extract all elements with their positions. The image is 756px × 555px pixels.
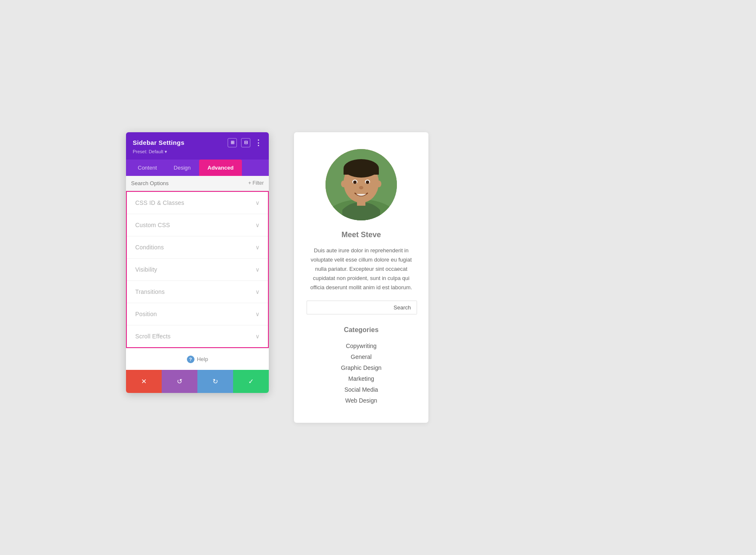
save-button[interactable]: ✓ xyxy=(233,370,269,393)
preview-panel: Meet Steve Duis aute irure dolor in repr… xyxy=(294,132,428,423)
svg-point-9 xyxy=(359,186,363,189)
accordion-item-conditions: Conditions ∨ xyxy=(127,236,268,259)
chevron-icon-scroll-effects: ∨ xyxy=(255,333,260,340)
panel-title-row: Sidebar Settings ⊞ ⊟ ⋮ xyxy=(133,138,262,147)
svg-point-7 xyxy=(353,181,357,184)
panel-title: Sidebar Settings xyxy=(133,139,184,146)
meet-name: Meet Steve xyxy=(341,230,381,239)
help-icon: ? xyxy=(187,356,194,363)
list-item[interactable]: Web Design xyxy=(307,395,416,406)
list-item[interactable]: Copywriting xyxy=(307,340,416,351)
panel-header: Sidebar Settings ⊞ ⊟ ⋮ Preset: Default ▾ xyxy=(126,132,269,160)
categories-title: Categories xyxy=(344,326,379,334)
chevron-icon-position: ∨ xyxy=(255,311,260,317)
list-item[interactable]: Marketing xyxy=(307,373,416,384)
search-bar: + Filter xyxy=(126,176,269,191)
sidebar-settings-panel: Sidebar Settings ⊞ ⊟ ⋮ Preset: Default ▾… xyxy=(126,132,269,393)
header-icons: ⊞ ⊟ ⋮ xyxy=(228,138,262,147)
list-item[interactable]: Graphic Design xyxy=(307,362,416,373)
tab-content[interactable]: Content xyxy=(129,160,165,176)
chevron-icon-css-id: ∨ xyxy=(255,199,260,206)
collapse-icon[interactable]: ⊟ xyxy=(241,138,250,147)
action-buttons: ✕ ↺ ↻ ✓ xyxy=(126,370,269,393)
accordion-label-position: Position xyxy=(135,311,157,317)
accordion-label-scroll-effects: Scroll Effects xyxy=(135,333,171,340)
preset-label[interactable]: Preset: Default ▾ xyxy=(133,149,262,154)
svg-rect-12 xyxy=(357,199,365,206)
chevron-icon-visibility: ∨ xyxy=(255,266,260,273)
accordion-header-conditions[interactable]: Conditions ∨ xyxy=(127,236,268,258)
category-list: Copywriting General Graphic Design Marke… xyxy=(307,340,416,406)
accordion-label-conditions: Conditions xyxy=(135,244,164,251)
svg-point-11 xyxy=(376,181,381,187)
search-widget: Search xyxy=(307,301,416,314)
accordion-item-custom-css: Custom CSS ∨ xyxy=(127,214,268,236)
accordion-container: CSS ID & Classes ∨ Custom CSS ∨ Conditio… xyxy=(126,191,269,348)
accordion-item-visibility: Visibility ∨ xyxy=(127,259,268,281)
accordion-label-custom-css: Custom CSS xyxy=(135,222,170,228)
accordion-header-custom-css[interactable]: Custom CSS ∨ xyxy=(127,214,268,236)
accordion-header-css-id[interactable]: CSS ID & Classes ∨ xyxy=(127,192,268,214)
redo-button[interactable]: ↻ xyxy=(197,370,233,393)
tab-advanced[interactable]: Advanced xyxy=(199,160,242,176)
help-section: ? Help xyxy=(126,348,269,370)
avatar xyxy=(326,149,397,220)
avatar-image xyxy=(326,149,397,220)
accordion-header-visibility[interactable]: Visibility ∨ xyxy=(127,259,268,280)
accordion-label-transitions: Transitions xyxy=(135,288,165,295)
search-widget-button[interactable]: Search xyxy=(388,301,417,314)
tab-design[interactable]: Design xyxy=(165,160,199,176)
accordion-item-css-id: CSS ID & Classes ∨ xyxy=(127,192,268,214)
chevron-icon-custom-css: ∨ xyxy=(255,222,260,228)
svg-point-10 xyxy=(341,181,346,187)
panel-tabs: Content Design Advanced xyxy=(126,160,269,176)
accordion-header-transitions[interactable]: Transitions ∨ xyxy=(127,281,268,303)
chevron-icon-conditions: ∨ xyxy=(255,244,260,251)
more-icon[interactable]: ⋮ xyxy=(255,138,262,147)
accordion-label-visibility: Visibility xyxy=(135,266,157,273)
chevron-icon-transitions: ∨ xyxy=(255,288,260,295)
accordion-header-scroll-effects[interactable]: Scroll Effects ∨ xyxy=(127,325,268,347)
bio-text: Duis aute irure dolor in reprehenderit i… xyxy=(307,246,416,292)
help-button[interactable]: ? Help xyxy=(187,356,208,363)
svg-rect-4 xyxy=(344,168,379,175)
list-item[interactable]: General xyxy=(307,351,416,362)
list-item[interactable]: Social Media xyxy=(307,384,416,395)
search-input[interactable] xyxy=(131,180,248,186)
cancel-button[interactable]: ✕ xyxy=(126,370,162,393)
svg-point-8 xyxy=(366,181,369,184)
page-wrapper: Sidebar Settings ⊞ ⊟ ⋮ Preset: Default ▾… xyxy=(126,132,630,423)
expand-icon[interactable]: ⊞ xyxy=(228,138,237,147)
accordion-item-transitions: Transitions ∨ xyxy=(127,281,268,303)
accordion-header-position[interactable]: Position ∨ xyxy=(127,303,268,325)
accordion-item-scroll-effects: Scroll Effects ∨ xyxy=(127,325,268,347)
filter-button[interactable]: + Filter xyxy=(248,180,264,186)
help-label: Help xyxy=(197,356,208,362)
undo-button[interactable]: ↺ xyxy=(162,370,197,393)
accordion-item-position: Position ∨ xyxy=(127,303,268,325)
search-widget-input[interactable] xyxy=(307,301,388,314)
accordion-label-css-id: CSS ID & Classes xyxy=(135,199,184,206)
